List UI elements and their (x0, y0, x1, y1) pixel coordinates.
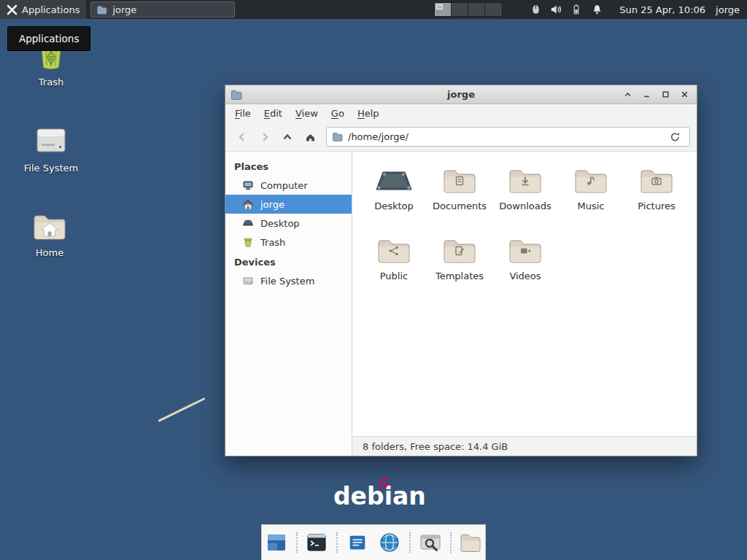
home-button[interactable] (300, 127, 320, 147)
toolbar (225, 122, 697, 151)
file-item-desktop[interactable]: Desktop (361, 163, 427, 230)
statusbar-text: 8 folders, Free space: 14.4 GiB (363, 441, 508, 452)
volume-icon[interactable] (548, 0, 564, 19)
sidebar-item-label: Trash (260, 237, 285, 248)
forward-button[interactable] (255, 127, 275, 147)
main-column: Desktop Documents Downloads (352, 152, 697, 456)
window-titlebar[interactable]: jorge (225, 85, 697, 104)
file-label: Public (380, 271, 408, 281)
file-grid: Desktop Documents Downloads (352, 152, 697, 436)
sidebar: Places Computer jorge Desktop (225, 152, 352, 456)
terminal-launcher[interactable] (303, 528, 332, 557)
notification-bell-icon[interactable] (589, 0, 605, 19)
sidebar-item-jorge[interactable]: jorge (225, 195, 352, 214)
dock-panel (261, 524, 486, 560)
workspace-window-miniature (436, 4, 443, 9)
show-desktop-launcher[interactable] (262, 528, 291, 557)
text-window-icon (347, 532, 368, 553)
sidebar-item-trash[interactable]: Trash (225, 233, 352, 252)
file-label: Documents (433, 201, 487, 211)
folder-documents-icon (442, 163, 477, 195)
drive-mini-icon (241, 275, 254, 287)
clock[interactable]: Sun 25 Apr, 10:06 (612, 4, 713, 15)
debian-swirl-icon (377, 477, 391, 491)
sidebar-item-file-system[interactable]: File System (225, 271, 352, 290)
sidebar-item-label: Computer (260, 180, 308, 191)
desktop-icon-label: File System (24, 163, 78, 174)
file-item-public[interactable]: Public (361, 233, 427, 300)
menu-help[interactable]: Help (351, 106, 386, 121)
home-icon (241, 198, 254, 210)
taskbar-window-button[interactable]: jorge (90, 1, 235, 18)
system-tray (527, 0, 605, 19)
file-item-downloads[interactable]: Downloads (492, 163, 558, 230)
close-button[interactable] (678, 88, 692, 101)
file-item-templates[interactable]: Templates (427, 233, 492, 300)
file-manager-launcher[interactable] (457, 528, 486, 557)
reload-button[interactable] (665, 128, 684, 147)
minimize-button[interactable] (640, 88, 654, 101)
sidebar-item-label: jorge (260, 199, 285, 210)
desktop[interactable]: { "panel": { "applications_label": "Appl… (0, 0, 747, 560)
file-label: Templates (436, 271, 484, 281)
web-browser-launcher[interactable] (376, 528, 405, 557)
shade-button[interactable] (621, 88, 635, 101)
folder-music-icon (573, 163, 608, 195)
maximize-button[interactable] (659, 88, 673, 101)
workspace-4[interactable] (485, 3, 502, 16)
file-item-videos[interactable]: Videos (492, 233, 558, 300)
path-input[interactable] (348, 131, 660, 142)
show-desktop-icon (265, 531, 288, 554)
file-label: Pictures (638, 201, 675, 211)
text-window-launcher[interactable] (343, 528, 372, 557)
menu-view[interactable]: View (289, 106, 325, 121)
applications-menu-label: Applications (22, 4, 80, 15)
home-folder-icon (32, 211, 67, 242)
user-menu[interactable]: jorge (713, 4, 747, 15)
menu-go[interactable]: Go (325, 106, 351, 121)
desktop-icon-label: Home (36, 247, 63, 258)
file-item-music[interactable]: Music (558, 163, 624, 230)
workspace-2[interactable] (452, 3, 468, 16)
window-controls (621, 88, 692, 101)
desktop-icon-file-system[interactable]: File System (19, 122, 83, 174)
file-label: Music (578, 201, 605, 211)
desktop-icon-label: Trash (39, 77, 63, 88)
application-finder-launcher[interactable] (416, 528, 445, 557)
menu-file[interactable]: File (228, 106, 258, 121)
workspace-3[interactable] (468, 3, 485, 16)
window-icon (231, 90, 242, 100)
applications-menu-button[interactable]: Applications (0, 0, 86, 19)
file-label: Desktop (374, 201, 414, 211)
window-body: Places Computer jorge Desktop (225, 151, 697, 456)
menu-edit[interactable]: Edit (258, 106, 289, 121)
up-button[interactable] (277, 127, 298, 147)
statusbar: 8 folders, Free space: 14.4 GiB (352, 436, 697, 456)
battery-icon[interactable] (568, 0, 584, 19)
workspace-1[interactable] (435, 3, 452, 16)
folder-pictures-icon (639, 163, 674, 195)
file-item-pictures[interactable]: Pictures (624, 163, 689, 230)
sidebar-header-devices: Devices (225, 252, 352, 271)
computer-icon (241, 179, 254, 191)
dock-separator (450, 532, 452, 553)
folder-icon (459, 532, 482, 553)
back-button[interactable] (232, 127, 252, 147)
globe-icon (378, 531, 401, 554)
desktop-icon (375, 163, 413, 195)
desktop-mini-icon (241, 217, 254, 229)
file-label: Videos (509, 271, 541, 281)
path-bar[interactable] (326, 127, 690, 147)
folder-public-icon (376, 233, 411, 265)
file-item-documents[interactable]: Documents (427, 163, 492, 230)
dock-separator (296, 532, 298, 553)
file-manager-window: jorge File Edit View Go Help (225, 85, 697, 456)
magnifier-icon (419, 531, 442, 554)
desktop-icon-home[interactable]: Home (18, 211, 82, 258)
folder-templates-icon (442, 233, 477, 265)
mouse-icon[interactable] (527, 0, 543, 19)
top-panel: Applications jorge Sun 25 Apr, 10:06 jor… (0, 0, 747, 19)
dock-separator (336, 532, 338, 553)
sidebar-item-computer[interactable]: Computer (225, 176, 352, 195)
sidebar-item-desktop[interactable]: Desktop (225, 214, 352, 233)
